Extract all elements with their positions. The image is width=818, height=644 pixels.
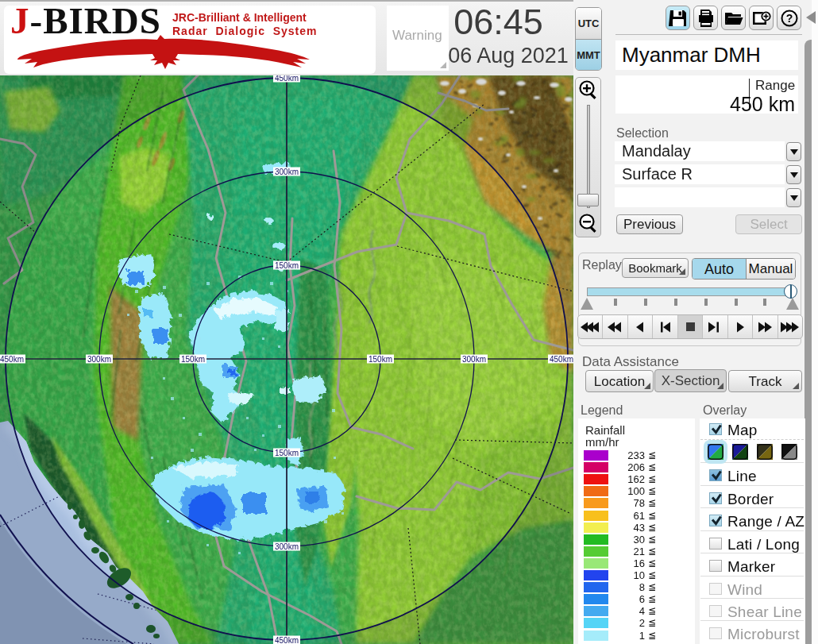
svg-text:450km: 450km [0,355,24,364]
svg-text:300km: 300km [462,355,486,364]
svg-text:150km: 150km [181,355,205,364]
svg-text:150km: 150km [275,261,299,270]
svg-text:300km: 300km [275,168,299,176]
svg-text:450km: 450km [275,75,299,83]
svg-text:300km: 300km [87,355,111,364]
svg-text:450km: 450km [275,636,299,644]
svg-text:450km: 450km [550,355,573,364]
svg-text:150km: 150km [275,449,299,457]
svg-text:300km: 300km [275,542,299,551]
svg-text:?: ? [786,12,793,25]
svg-text:150km: 150km [368,355,392,364]
